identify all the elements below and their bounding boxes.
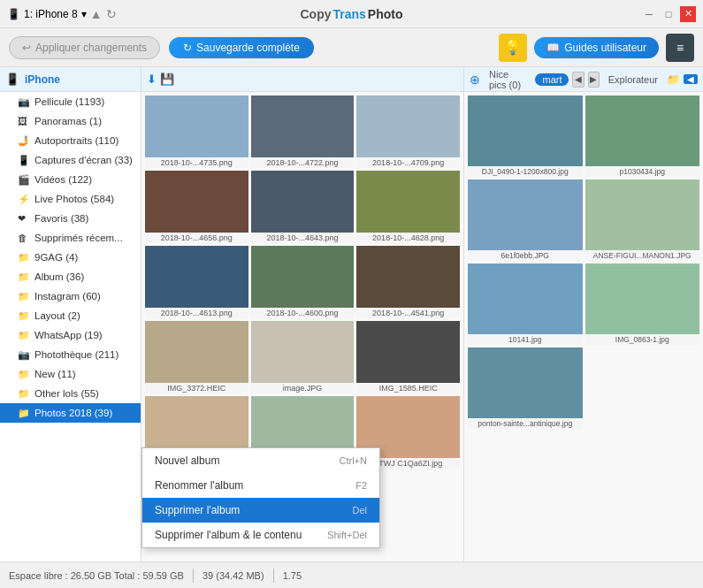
collapse-icon[interactable]: ◀ (684, 74, 698, 84)
sidebar-item[interactable]: 📁Photos 2018 (39) (0, 403, 141, 423)
sidebar-item[interactable]: 🗑Supprimés récem... (0, 228, 141, 248)
backup-button[interactable]: ↻ Sauvegarde complète (169, 37, 314, 58)
apply-label: Appliquer changements (35, 42, 147, 54)
sidebar-item[interactable]: 📷Photothèque (211) (0, 345, 141, 364)
sidebar-item[interactable]: 📁9GAG (4) (0, 248, 141, 267)
right-panel-header: ⊕ Nice pics (0) mart ◀ ▶ Explorateur 📁 ◀ (464, 67, 703, 92)
photo-thumbnail (251, 246, 355, 308)
guides-button[interactable]: 📖 Guides utilisateur (534, 37, 659, 58)
lightbulb-button[interactable]: 💡 (499, 34, 527, 62)
right-photo-item[interactable]: 10141.jpg (468, 263, 583, 345)
photo-item[interactable]: IMG_1585.HEIC (356, 321, 460, 393)
title-photo: Photo (368, 7, 403, 21)
context-menu-label: Renommer l'album (155, 479, 243, 492)
device-label: 1: iPhone 8 (24, 8, 78, 20)
sidebar-item-label: Autoportraits (110) (34, 135, 118, 146)
photo-item[interactable]: 2018-10-...4709.png (356, 95, 460, 168)
photo-item[interactable]: 2018-10-...4722.png (251, 95, 355, 168)
context-menu-shortcut: Shift+Del (327, 530, 367, 540)
photo-thumbnail (356, 321, 460, 383)
minimize-button[interactable]: ─ (641, 6, 657, 22)
context-menu-label: Nouvel album (155, 454, 219, 467)
sidebar-item[interactable]: 🖼Panoramas (1) (0, 111, 141, 131)
sidebar-item[interactable]: ❤Favoris (38) (0, 209, 141, 228)
sidebar-item[interactable]: 🎬Vidéos (122) (0, 170, 141, 189)
right-photo-label: 10141.jpg (468, 334, 583, 345)
sidebar-item-icon: 🎬 (18, 174, 30, 186)
sidebar-item[interactable]: 📁New (11) (0, 364, 141, 384)
photo-grid: 2018-10-...4735.png2018-10-...4722.png20… (145, 95, 460, 469)
menu-button[interactable]: ≡ (666, 34, 694, 62)
nav-right-arrow[interactable]: ▶ (588, 72, 600, 88)
context-menu-item[interactable]: Nouvel albumCtrl+N (142, 448, 379, 473)
photo-thumbnail (356, 95, 460, 157)
right-photo-item[interactable]: p1030434.jpg (585, 95, 700, 177)
status-count: 39 (34.42 MB) (202, 570, 264, 581)
photo-label: 2018-10-...4643.png (251, 233, 355, 243)
apply-icon: ↩ (22, 42, 31, 54)
toolbar-right: 💡 📖 Guides utilisateur ≡ (499, 34, 694, 62)
maximize-button[interactable]: □ (661, 6, 676, 22)
apply-changes-button[interactable]: ↩ Appliquer changements (9, 36, 160, 59)
photo-label: 2018-10-...4722.png (251, 157, 355, 168)
context-menu-shortcut: Del (352, 505, 367, 515)
right-photo-item[interactable]: DJI_0490-1-1200x800.jpg (468, 95, 583, 177)
nav-left-arrow[interactable]: ◀ (572, 72, 584, 88)
device-selector[interactable]: 📱 1: iPhone 8 ▾ ▲ ↻ (7, 7, 117, 21)
back-icon[interactable]: ▲ (90, 7, 103, 21)
context-menu-item[interactable]: Supprimer l'albumDel (142, 498, 379, 523)
sidebar-item[interactable]: 📁WhatsApp (19) (0, 325, 141, 345)
photo-item[interactable]: image.JPG (251, 321, 355, 393)
right-photo-item[interactable]: IMG_0863-1.jpg (585, 263, 700, 345)
photo-label: 2018-10-...4613.png (145, 308, 248, 318)
photo-item[interactable]: 2018-10-...4600.png (251, 246, 355, 318)
refresh-icon[interactable]: ↻ (106, 7, 117, 21)
sidebar-item[interactable]: 📁Instagram (60) (0, 286, 141, 306)
context-menu-label: Supprimer l'album & le contenu (155, 529, 302, 541)
right-photo-thumbnail (585, 263, 700, 334)
sidebar-item-label: Instagram (60) (34, 291, 101, 302)
add-icon[interactable]: ⊕ (470, 73, 480, 87)
photo-item[interactable]: 2018-10-...4628.png (356, 171, 460, 243)
sidebar-item[interactable]: 📱Captures d'écran (33) (0, 150, 141, 170)
context-menu-item[interactable]: Supprimer l'album & le contenuShift+Del (142, 523, 379, 547)
sidebar-item-icon: 📁 (18, 271, 30, 283)
save-icon: 💾 (160, 73, 174, 86)
sidebar-item-label: Favoris (38) (34, 213, 88, 224)
sidebar-item-label: Other lols (55) (34, 388, 99, 399)
title-copy: Copy (300, 7, 331, 21)
sidebar-item[interactable]: ⚡Live Photos (584) (0, 189, 141, 209)
photo-thumbnail (356, 171, 460, 233)
sidebar-item[interactable]: 📁Layout (2) (0, 306, 141, 325)
photo-item[interactable]: 2018-10-...4735.png (145, 95, 248, 168)
explorer-tab[interactable]: Explorateur (603, 73, 663, 86)
sidebar-item-label: 9GAG (4) (34, 252, 78, 263)
photo-item[interactable]: 2018-10-...4613.png (145, 246, 248, 318)
sidebar-item[interactable]: 📷Pellicule (1193) (0, 92, 141, 111)
sidebar-item-icon: 📁 (18, 369, 30, 380)
right-photo-item[interactable]: ANSE-FIGUI...MANON1.JPG (585, 179, 700, 261)
sidebar-item[interactable]: 📁Album (36) (0, 267, 141, 286)
sidebar-item-icon: ⚡ (18, 194, 30, 205)
context-menu-item[interactable]: Renommer l'albumF2 (142, 473, 379, 498)
sidebar-item-icon: 📱 (18, 155, 30, 166)
photo-item[interactable]: 2018-10-...4541.png (356, 246, 460, 318)
right-photo-item[interactable]: 6e1f0ebb.JPG (468, 179, 583, 261)
mart-tab[interactable]: mart (535, 73, 569, 86)
right-photo-thumbnail (468, 95, 583, 166)
sidebar-list: 📷Pellicule (1193)🖼Panoramas (1)🤳Autoport… (0, 92, 141, 423)
right-photo-label: p1030434.jpg (585, 166, 700, 177)
device-icon: 📱 (7, 8, 20, 20)
photo-label: 2018-10-...4541.png (356, 308, 460, 318)
sidebar-item-label: WhatsApp (19) (34, 330, 103, 340)
photo-item[interactable]: 2018-10-...4643.png (251, 171, 355, 243)
right-photo-item[interactable]: ponton-sainte...antinique.jpg (468, 347, 583, 429)
context-menu-label: Supprimer l'album (155, 504, 240, 516)
photo-item[interactable]: 2018-10-...4656.png (145, 171, 248, 243)
close-button[interactable]: ✕ (680, 6, 696, 22)
sidebar-item[interactable]: 🤳Autoportraits (110) (0, 131, 141, 150)
photo-item[interactable]: IMG_3372.HEIC (145, 321, 248, 393)
nice-pics-tab[interactable]: Nice pics (0) (484, 68, 531, 91)
folder-icon: 📁 (667, 73, 680, 86)
sidebar-item[interactable]: 📁Other lols (55) (0, 384, 141, 403)
